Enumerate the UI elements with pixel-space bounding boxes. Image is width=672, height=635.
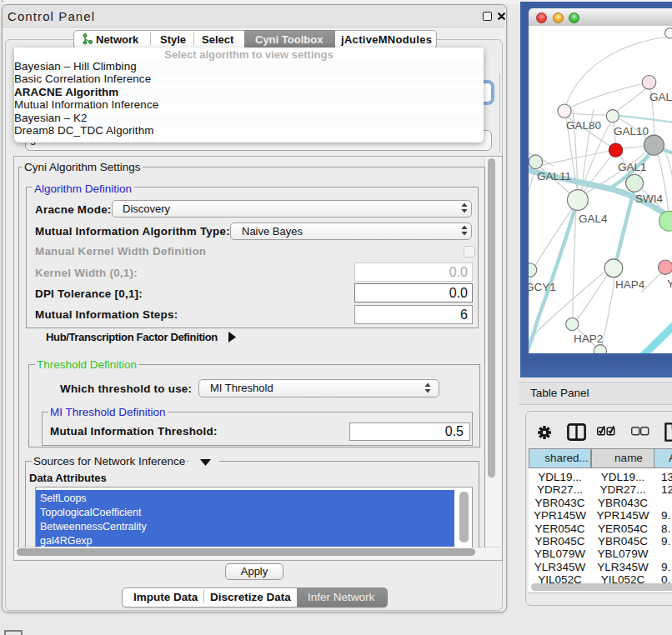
svg-text:GAL80: GAL80 xyxy=(566,119,601,132)
svg-text:Y: Y xyxy=(667,278,672,290)
svg-text:GAL1: GAL1 xyxy=(618,161,647,173)
svg-text:GAL4: GAL4 xyxy=(579,212,608,225)
svg-text:GAL: GAL xyxy=(649,91,672,103)
svg-text:GCY1: GCY1 xyxy=(529,281,556,293)
svg-text:HAP4: HAP4 xyxy=(615,278,645,291)
svg-text:SWI4: SWI4 xyxy=(635,192,663,205)
svg-text:GAL10: GAL10 xyxy=(614,125,649,138)
svg-text:GAL11: GAL11 xyxy=(537,170,571,182)
svg-text:HAP2: HAP2 xyxy=(574,332,603,345)
